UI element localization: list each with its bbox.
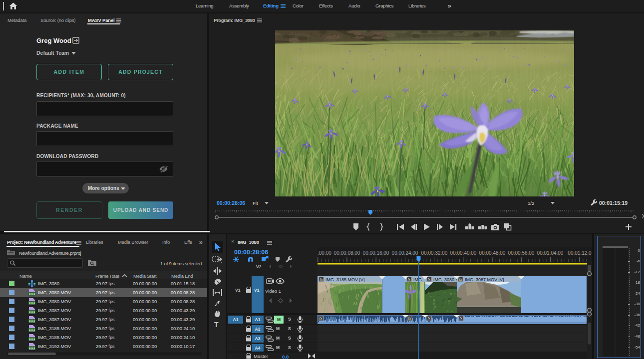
svg-text:fx: fx [408,317,411,320]
svg-text:00:00:08:00: 00:00:08:00 [334,250,360,256]
svg-text:00:01:04:00: 00:01:04:00 [537,250,564,256]
svg-text:fx: fx [460,317,463,320]
svg-text:IMG_3087.MOV [V]: IMG_3087.MOV [V] [465,277,504,282]
svg-text:00:00:40:00: 00:00:40:00 [450,250,477,256]
svg-text:00:00:56:00: 00:00:56:00 [508,250,535,256]
svg-text:00:00:48:00: 00:00:48:00 [479,250,506,256]
svg-text:00:00:32:00: 00:00:32:00 [421,250,448,256]
svg-text:00:00:16:00: 00:00:16:00 [363,250,389,256]
svg-text:00:01:12:0: 00:01:12:0 [568,250,592,256]
svg-text:fx: fx [428,278,431,281]
svg-text:00:00:24:00: 00:00:24:00 [392,250,418,256]
svg-text:fx: fx [428,317,431,320]
svg-text::00:00: :00:00 [318,250,331,256]
svg-text:fx: fx [320,317,322,320]
svg-text:fx: fx [408,278,411,281]
svg-text:fx: fx [459,278,462,281]
svg-text:fx: fx [320,278,323,281]
svg-text:IMG_3185.MOV [V]: IMG_3185.MOV [V] [325,277,365,282]
svg-text:IMG_: IMG_ [413,277,425,282]
